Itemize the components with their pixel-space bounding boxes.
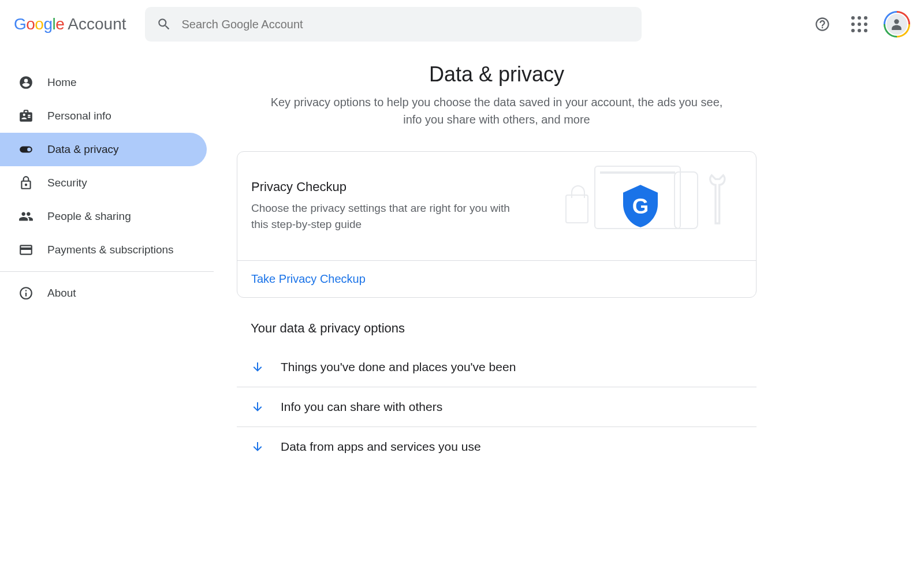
sidebar-item-about[interactable]: About (0, 276, 207, 310)
sidebar-item-payments[interactable]: Payments & subscriptions (0, 233, 207, 267)
take-privacy-checkup-link[interactable]: Take Privacy Checkup (237, 261, 756, 297)
sidebar-item-personal-info[interactable]: Personal info (0, 99, 207, 133)
sidebar: Home Personal info Data & privacy Securi… (0, 48, 214, 480)
help-button[interactable] (810, 12, 835, 37)
toggle-icon (18, 142, 33, 157)
sidebar-item-home[interactable]: Home (0, 66, 207, 99)
option-label: Things you've done and places you've bee… (281, 360, 516, 374)
account-avatar[interactable] (884, 11, 910, 38)
google-account-logo[interactable]: Google Account (14, 15, 126, 33)
lock-icon (18, 175, 33, 190)
apps-button[interactable] (847, 12, 872, 37)
sidebar-item-label: People & sharing (47, 210, 131, 223)
search-box[interactable] (145, 7, 642, 42)
sidebar-item-label: Data & privacy (47, 143, 119, 156)
avatar-image (885, 13, 908, 36)
option-label: Data from apps and services you use (281, 440, 481, 454)
svg-text:G: G (632, 195, 649, 218)
card-title: Privacy Checkup (251, 179, 517, 195)
options-heading: Your data & privacy options (251, 321, 757, 336)
search-input[interactable] (182, 18, 630, 31)
arrow-down-icon (251, 440, 264, 454)
info-icon (18, 286, 33, 301)
privacy-illustration: G (560, 166, 756, 246)
sidebar-item-label: Home (47, 76, 77, 89)
google-wordmark: Google (14, 15, 64, 33)
option-apps-data[interactable]: Data from apps and services you use (237, 427, 757, 466)
sidebar-divider (0, 271, 214, 272)
sidebar-item-label: Personal info (47, 110, 111, 122)
page-title: Data & privacy (237, 62, 757, 87)
option-label: Info you can share with others (281, 400, 442, 414)
apps-grid-icon (851, 16, 867, 32)
search-icon (157, 17, 172, 32)
badge-icon (18, 109, 33, 124)
wrench-icon (704, 171, 739, 229)
help-icon (814, 16, 830, 32)
option-info-share[interactable]: Info you can share with others (237, 387, 757, 427)
shield-icon: G (617, 177, 664, 235)
sidebar-item-label: Security (47, 177, 87, 189)
option-things-done[interactable]: Things you've done and places you've bee… (237, 347, 757, 387)
sidebar-item-people-sharing[interactable]: People & sharing (0, 200, 207, 233)
sidebar-item-data-privacy[interactable]: Data & privacy (0, 133, 207, 166)
arrow-down-icon (251, 360, 264, 374)
sidebar-item-label: Payments & subscriptions (47, 244, 174, 256)
sidebar-item-security[interactable]: Security (0, 166, 207, 200)
header-actions (810, 11, 910, 38)
page-subtitle: Key privacy options to help you choose t… (266, 94, 728, 128)
main-content: Data & privacy Key privacy options to he… (214, 48, 780, 480)
header: Google Account (0, 0, 924, 48)
privacy-checkup-card: Privacy Checkup Choose the privacy setti… (237, 151, 757, 298)
card-description: Choose the privacy settings that are rig… (251, 200, 517, 232)
arrow-down-icon (251, 400, 264, 414)
sidebar-item-label: About (47, 287, 76, 300)
account-label: Account (68, 15, 126, 33)
card-icon (18, 242, 33, 257)
home-icon (18, 75, 33, 90)
people-icon (18, 209, 33, 224)
